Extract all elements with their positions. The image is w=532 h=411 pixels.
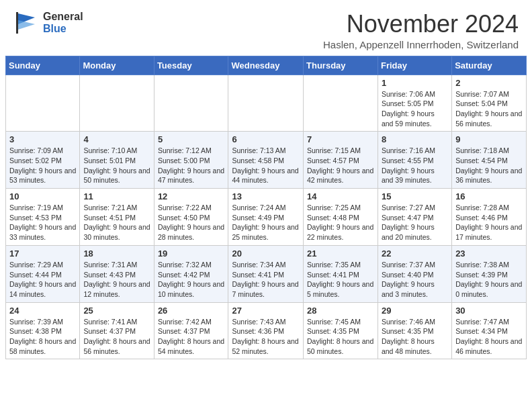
day-info: Sunrise: 7:15 AM Sunset: 4:57 PM Dayligh… (307, 146, 374, 185)
day-cell (154, 75, 228, 132)
day-cell: 14Sunrise: 7:25 AM Sunset: 4:48 PM Dayli… (304, 189, 378, 246)
day-cell: 21Sunrise: 7:35 AM Sunset: 4:41 PM Dayli… (304, 245, 378, 302)
week-row-3: 10Sunrise: 7:19 AM Sunset: 4:53 PM Dayli… (6, 189, 527, 246)
day-cell: 8Sunrise: 7:16 AM Sunset: 4:55 PM Daylig… (378, 132, 451, 189)
day-cell (6, 75, 80, 132)
day-info: Sunrise: 7:25 AM Sunset: 4:48 PM Dayligh… (307, 203, 374, 242)
day-info: Sunrise: 7:41 AM Sunset: 4:37 PM Dayligh… (83, 317, 150, 357)
day-number: 20 (232, 248, 300, 259)
day-info: Sunrise: 7:42 AM Sunset: 4:37 PM Dayligh… (158, 317, 225, 357)
day-info: Sunrise: 7:35 AM Sunset: 4:41 PM Dayligh… (307, 260, 374, 300)
day-info: Sunrise: 7:19 AM Sunset: 4:53 PM Dayligh… (9, 203, 76, 242)
day-info: Sunrise: 7:46 AM Sunset: 4:35 PM Dayligh… (382, 317, 448, 357)
day-number: 4 (83, 134, 150, 144)
day-info: Sunrise: 7:43 AM Sunset: 4:36 PM Dayligh… (232, 317, 300, 357)
week-row-5: 24Sunrise: 7:39 AM Sunset: 4:38 PM Dayli… (6, 302, 527, 359)
day-number: 1 (382, 78, 448, 88)
day-number: 17 (9, 248, 76, 259)
day-number: 12 (158, 191, 225, 201)
day-number: 21 (307, 248, 374, 259)
day-number: 25 (83, 306, 150, 316)
day-number: 3 (9, 134, 76, 144)
day-cell: 25Sunrise: 7:41 AM Sunset: 4:37 PM Dayli… (80, 302, 154, 359)
day-info: Sunrise: 7:21 AM Sunset: 4:51 PM Dayligh… (83, 203, 150, 242)
day-cell: 11Sunrise: 7:21 AM Sunset: 4:51 PM Dayli… (80, 189, 154, 246)
month-title: November 2024 (323, 11, 519, 38)
day-number: 26 (158, 306, 225, 316)
day-info: Sunrise: 7:06 AM Sunset: 5:05 PM Dayligh… (382, 89, 448, 129)
svg-marker-2 (18, 20, 35, 30)
week-row-2: 3Sunrise: 7:09 AM Sunset: 5:02 PM Daylig… (6, 132, 527, 189)
header: General Blue November 2024 Haslen, Appen… (0, 0, 532, 56)
day-cell: 1Sunrise: 7:06 AM Sunset: 5:05 PM Daylig… (378, 75, 451, 132)
day-number: 2 (455, 78, 523, 88)
day-cell: 22Sunrise: 7:37 AM Sunset: 4:40 PM Dayli… (378, 245, 451, 302)
day-cell: 6Sunrise: 7:13 AM Sunset: 4:58 PM Daylig… (228, 132, 304, 189)
day-cell: 23Sunrise: 7:38 AM Sunset: 4:39 PM Dayli… (452, 245, 527, 302)
day-number: 28 (307, 306, 374, 316)
day-cell (228, 75, 304, 132)
col-tuesday: Tuesday (154, 56, 228, 75)
day-number: 18 (83, 248, 150, 259)
day-info: Sunrise: 7:39 AM Sunset: 4:38 PM Dayligh… (9, 317, 76, 357)
day-cell: 24Sunrise: 7:39 AM Sunset: 4:38 PM Dayli… (6, 302, 80, 359)
col-monday: Monday (80, 56, 154, 75)
day-cell: 4Sunrise: 7:10 AM Sunset: 5:01 PM Daylig… (80, 132, 154, 189)
logo-blue: Blue (43, 23, 83, 35)
day-number: 13 (232, 191, 300, 201)
day-info: Sunrise: 7:12 AM Sunset: 5:00 PM Dayligh… (158, 146, 225, 185)
calendar-body: 1Sunrise: 7:06 AM Sunset: 5:05 PM Daylig… (6, 75, 527, 359)
title-area: November 2024 Haslen, Appenzell Innerrho… (323, 11, 519, 50)
day-cell: 20Sunrise: 7:34 AM Sunset: 4:41 PM Dayli… (228, 245, 304, 302)
svg-rect-0 (16, 12, 18, 34)
day-info: Sunrise: 7:32 AM Sunset: 4:42 PM Dayligh… (158, 260, 225, 300)
day-cell: 19Sunrise: 7:32 AM Sunset: 4:42 PM Dayli… (154, 245, 228, 302)
day-info: Sunrise: 7:24 AM Sunset: 4:49 PM Dayligh… (232, 203, 300, 242)
page: General Blue November 2024 Haslen, Appen… (0, 0, 532, 365)
week-row-4: 17Sunrise: 7:29 AM Sunset: 4:44 PM Dayli… (6, 245, 527, 302)
day-info: Sunrise: 7:28 AM Sunset: 4:46 PM Dayligh… (455, 203, 523, 242)
day-number: 8 (382, 134, 448, 144)
day-number: 16 (455, 191, 523, 201)
day-cell: 27Sunrise: 7:43 AM Sunset: 4:36 PM Dayli… (228, 302, 304, 359)
day-info: Sunrise: 7:47 AM Sunset: 4:34 PM Dayligh… (455, 317, 523, 357)
day-number: 14 (307, 191, 374, 201)
day-info: Sunrise: 7:10 AM Sunset: 5:01 PM Dayligh… (83, 146, 150, 185)
day-cell: 17Sunrise: 7:29 AM Sunset: 4:44 PM Dayli… (6, 245, 80, 302)
day-info: Sunrise: 7:22 AM Sunset: 4:50 PM Dayligh… (158, 203, 225, 242)
col-friday: Friday (378, 56, 451, 75)
logo-text: General Blue (43, 11, 83, 34)
day-number: 19 (158, 248, 225, 259)
col-wednesday: Wednesday (228, 56, 304, 75)
col-thursday: Thursday (304, 56, 378, 75)
day-number: 11 (83, 191, 150, 201)
day-cell: 5Sunrise: 7:12 AM Sunset: 5:00 PM Daylig… (154, 132, 228, 189)
day-cell: 26Sunrise: 7:42 AM Sunset: 4:37 PM Dayli… (154, 302, 228, 359)
day-cell: 30Sunrise: 7:47 AM Sunset: 4:34 PM Dayli… (452, 302, 527, 359)
col-saturday: Saturday (452, 56, 527, 75)
logo-general: General (43, 11, 83, 23)
day-cell: 13Sunrise: 7:24 AM Sunset: 4:49 PM Dayli… (228, 189, 304, 246)
day-info: Sunrise: 7:37 AM Sunset: 4:40 PM Dayligh… (382, 260, 448, 300)
day-cell: 3Sunrise: 7:09 AM Sunset: 5:02 PM Daylig… (6, 132, 80, 189)
day-number: 24 (9, 306, 76, 316)
day-info: Sunrise: 7:16 AM Sunset: 4:55 PM Dayligh… (382, 146, 448, 185)
day-cell: 9Sunrise: 7:18 AM Sunset: 4:54 PM Daylig… (452, 132, 527, 189)
day-number: 29 (382, 306, 448, 316)
day-cell (304, 75, 378, 132)
day-info: Sunrise: 7:18 AM Sunset: 4:54 PM Dayligh… (455, 146, 523, 185)
subtitle: Haslen, Appenzell Innerrhoden, Switzerla… (323, 39, 519, 50)
day-cell: 15Sunrise: 7:27 AM Sunset: 4:47 PM Dayli… (378, 189, 451, 246)
calendar-container: Sunday Monday Tuesday Wednesday Thursday… (0, 56, 532, 365)
day-cell (80, 75, 154, 132)
day-number: 10 (9, 191, 76, 201)
day-info: Sunrise: 7:31 AM Sunset: 4:43 PM Dayligh… (83, 260, 150, 300)
day-cell: 16Sunrise: 7:28 AM Sunset: 4:46 PM Dayli… (452, 189, 527, 246)
day-info: Sunrise: 7:07 AM Sunset: 5:04 PM Dayligh… (455, 89, 523, 129)
day-cell: 28Sunrise: 7:45 AM Sunset: 4:35 PM Dayli… (304, 302, 378, 359)
calendar-table: Sunday Monday Tuesday Wednesday Thursday… (5, 56, 527, 360)
day-number: 6 (232, 134, 300, 144)
col-sunday: Sunday (6, 56, 80, 75)
week-row-1: 1Sunrise: 7:06 AM Sunset: 5:05 PM Daylig… (6, 75, 527, 132)
calendar-header: Sunday Monday Tuesday Wednesday Thursday… (6, 56, 527, 75)
